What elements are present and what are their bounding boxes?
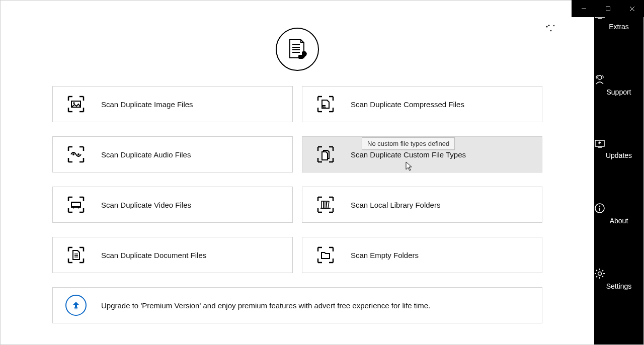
right-sidebar: Extras Support Updates [594, 1, 643, 344]
scan-video-card[interactable]: Scan Duplicate Video Files [52, 187, 293, 223]
svg-point-37 [599, 206, 600, 207]
compressed-scan-icon: ZIP [313, 95, 338, 113]
close-button[interactable] [620, 0, 644, 17]
scan-audio-card[interactable]: Scan Duplicate Audio Files [52, 136, 293, 172]
app-logo [51, 28, 544, 71]
scan-compressed-card[interactable]: ZIP Scan Duplicate Compressed Files [302, 86, 542, 122]
svg-point-13 [77, 153, 79, 155]
svg-point-7 [550, 30, 552, 32]
about-icon [594, 203, 605, 214]
main-content: Scan Duplicate Image Files ZIP Scan Dupl… [1, 1, 594, 333]
card-label: Scan Empty Folders [351, 251, 419, 260]
card-label: Scan Local Library Folders [351, 201, 440, 209]
svg-line-46 [602, 270, 603, 271]
svg-point-12 [72, 153, 74, 155]
svg-point-33 [598, 75, 602, 79]
card-label: Scan Duplicate Compressed Files [351, 100, 464, 109]
scan-empty-card[interactable]: Scan Empty Folders [302, 237, 542, 273]
svg-rect-4 [298, 55, 303, 59]
svg-rect-16 [71, 206, 80, 207]
svg-text:ZIP: ZIP [323, 106, 326, 108]
sidebar-label: Updates [594, 151, 643, 159]
svg-point-18 [78, 207, 79, 209]
sidebar-label: Support [594, 88, 643, 96]
audio-scan-icon [64, 145, 88, 163]
image-scan-icon [64, 95, 88, 113]
library-scan-icon [313, 196, 338, 214]
svg-rect-26 [74, 307, 77, 308]
svg-line-47 [596, 276, 597, 277]
sidebar-label: Extras [594, 23, 643, 31]
svg-point-17 [73, 207, 74, 209]
custom-scan-icon [313, 145, 338, 163]
card-label: Scan Duplicate Image Files [101, 100, 193, 109]
empty-folder-scan-icon [313, 246, 338, 264]
svg-line-44 [596, 270, 597, 271]
scan-library-card[interactable]: Scan Local Library Folders [302, 187, 542, 223]
svg-rect-15 [71, 202, 80, 203]
svg-point-9 [73, 102, 75, 104]
card-label: Scan Duplicate Document Files [101, 251, 206, 260]
svg-rect-29 [606, 7, 610, 11]
upgrade-text: Upgrade to 'Premium Version' and enjoy p… [101, 301, 430, 310]
sidebar-item-settings[interactable]: Settings [594, 263, 643, 293]
settings-icon [594, 268, 605, 279]
maximize-button[interactable] [596, 0, 620, 17]
minimize-button[interactable] [572, 0, 596, 17]
upgrade-icon [64, 295, 88, 316]
svg-point-5 [546, 26, 548, 28]
svg-rect-20 [324, 201, 326, 208]
sidebar-label: Settings [594, 282, 643, 290]
card-label: Scan Duplicate Audio Files [101, 150, 191, 159]
svg-rect-27 [74, 309, 77, 310]
card-label: Scan Duplicate Custom File Types [351, 150, 466, 159]
svg-rect-21 [326, 201, 329, 208]
sidebar-item-updates[interactable]: Updates [594, 134, 643, 162]
scan-document-card[interactable]: Scan Duplicate Document Files [52, 237, 293, 273]
tooltip: No custom file types defined [362, 137, 455, 150]
window-controls [572, 0, 644, 17]
card-label: Scan Duplicate Video Files [101, 201, 191, 209]
scan-image-card[interactable]: Scan Duplicate Image Files [52, 86, 293, 122]
svg-line-45 [602, 276, 603, 277]
svg-rect-19 [321, 201, 324, 208]
updates-icon [594, 139, 605, 148]
svg-point-39 [598, 272, 602, 276]
document-scan-icon [64, 246, 88, 264]
support-icon [594, 74, 605, 85]
document-brush-icon [285, 37, 310, 62]
sidebar-label: About [594, 217, 643, 225]
video-scan-icon [64, 196, 88, 214]
sidebar-item-support[interactable]: Support [594, 69, 643, 99]
sidebar-item-about[interactable]: About [594, 198, 643, 228]
upgrade-banner[interactable]: Upgrade to 'Premium Version' and enjoy p… [52, 287, 542, 323]
svg-point-6 [553, 25, 554, 26]
